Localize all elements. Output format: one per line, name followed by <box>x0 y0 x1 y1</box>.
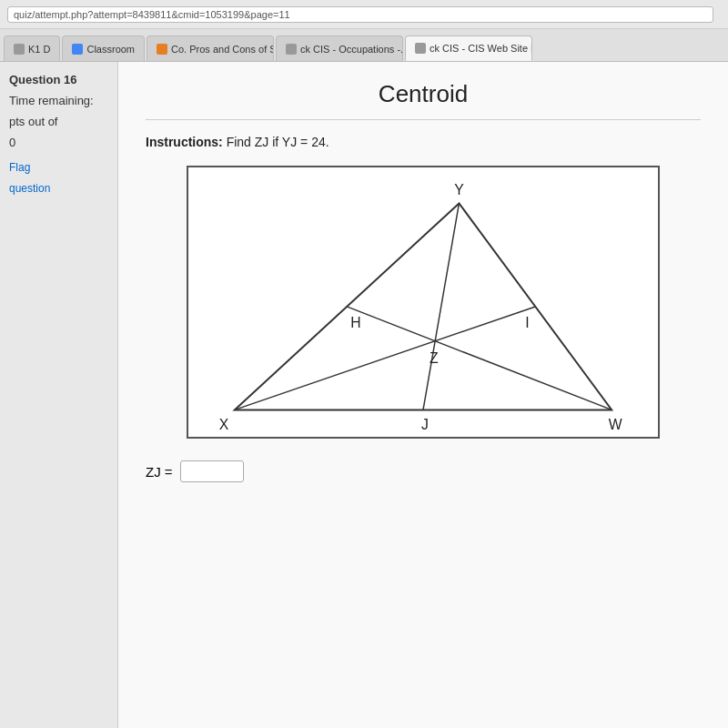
title-divider <box>146 119 701 120</box>
flag-label-text: Flag <box>9 161 30 174</box>
question-number: 16 <box>64 73 76 86</box>
flag-sub-text: question <box>9 182 50 195</box>
tab-pros-label: Co. Pros and Cons of S... <box>171 44 274 55</box>
page-content: Question 16 Time remaining: pts out of 0… <box>0 62 728 728</box>
svg-text:Z: Z <box>430 350 439 366</box>
tab-classroom[interactable]: Classroom <box>62 35 145 61</box>
pts-label: pts out of <box>9 115 108 128</box>
answer-row: ZJ = <box>146 460 701 482</box>
answer-label: ZJ = <box>146 464 173 480</box>
svg-line-3 <box>423 203 459 410</box>
tab-pros-favicon <box>157 44 167 55</box>
question-text: Question <box>9 73 60 86</box>
time-label-text: Time remaining: <box>9 94 94 107</box>
tab-cis-web[interactable]: ck CIS - CIS Web Site L... <box>405 35 532 61</box>
tab-cis-web-label: ck CIS - CIS Web Site L... <box>430 43 532 54</box>
centroid-diagram: Y X W J H I Z <box>188 167 658 437</box>
svg-text:Y: Y <box>454 182 464 197</box>
answer-input[interactable] <box>180 460 244 482</box>
sidebar: Question 16 Time remaining: pts out of 0… <box>0 62 118 728</box>
tab-cis-occ[interactable]: ck CIS - Occupations -... <box>276 35 403 61</box>
instructions-text: Find ZJ if YJ = 24. <box>223 135 329 149</box>
tab-classroom-label: Classroom <box>86 44 135 55</box>
svg-text:W: W <box>609 417 622 432</box>
svg-text:I: I <box>525 315 529 330</box>
diagram-container: Y X W J H I Z <box>187 166 660 439</box>
tab-classroom-favicon <box>72 44 83 55</box>
svg-text:X: X <box>219 417 229 432</box>
question-label: Question 16 <box>9 73 108 86</box>
pts-value: 0 <box>9 136 108 149</box>
flag-container: Flag <box>9 160 108 174</box>
url-text: quiz/attempt.php?attempt=8439811&cmid=10… <box>7 6 713 23</box>
flag-sub-container: question <box>9 181 108 195</box>
pts-text: pts out of <box>9 115 57 128</box>
tab-pros[interactable]: Co. Pros and Cons of S... <box>147 35 274 61</box>
instructions: Instructions: Find ZJ if YJ = 24. <box>146 135 701 149</box>
flag-link[interactable]: Flag <box>9 161 30 174</box>
instructions-prefix: Instructions: <box>146 135 223 149</box>
main-content: Centroid Instructions: Find ZJ if YJ = 2… <box>118 62 728 728</box>
tab-cis-occ-favicon <box>286 44 297 55</box>
pts-value-text: 0 <box>9 136 15 149</box>
tab-k1-favicon <box>14 44 25 55</box>
svg-marker-0 <box>235 203 612 410</box>
browser-url-bar: quiz/attempt.php?attempt=8439811&cmid=10… <box>0 0 728 29</box>
tab-cis-web-favicon <box>415 43 426 54</box>
flag-sub-link[interactable]: question <box>9 182 50 195</box>
tabs-bar: K1 D Classroom Co. Pros and Cons of S...… <box>0 29 728 62</box>
time-remaining-label: Time remaining: <box>9 94 108 107</box>
question-title: Centroid <box>146 80 701 108</box>
tab-cis-occ-label: ck CIS - Occupations -... <box>300 44 403 55</box>
tab-k1[interactable]: K1 D <box>4 35 60 61</box>
svg-text:J: J <box>421 417 429 432</box>
tab-k1-label: K1 D <box>28 44 50 55</box>
svg-text:H: H <box>350 315 360 330</box>
